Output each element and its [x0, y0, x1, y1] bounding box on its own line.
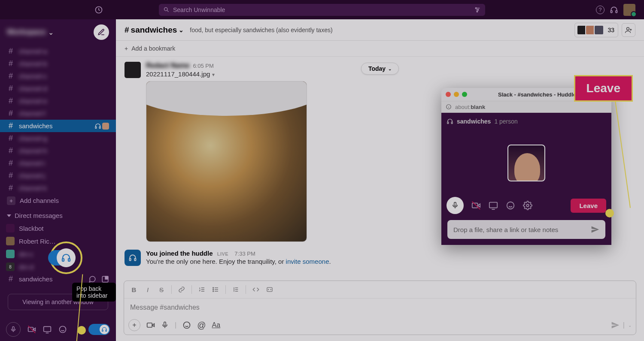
svg-rect-26: [147, 323, 152, 327]
svg-rect-31: [451, 122, 453, 124]
huddle-icon: [125, 250, 141, 266]
message-avatar[interactable]: [125, 62, 141, 78]
send-options[interactable]: ⌄: [628, 323, 632, 328]
leave-button[interactable]: Leave: [571, 199, 606, 213]
composer-input[interactable]: Message #sandwiches: [124, 299, 636, 317]
channel-pane: # sandwiches ⌄ food, but especially sand…: [116, 19, 644, 341]
svg-point-2: [475, 7, 477, 9]
add-channels[interactable]: +Add channels: [0, 194, 116, 207]
channel-item[interactable]: #channel-h: [0, 145, 116, 157]
channel-item[interactable]: #channel-b: [0, 57, 116, 70]
message-time: 6:05 PM: [193, 63, 213, 69]
code-button[interactable]: [249, 284, 262, 296]
headphones-icon[interactable]: [610, 6, 618, 14]
invite-link[interactable]: invite someone: [286, 258, 329, 265]
format-toggle[interactable]: Aa: [212, 321, 220, 329]
svg-point-22: [213, 287, 214, 288]
svg-rect-21: [134, 259, 136, 261]
channel-item[interactable]: #channel-c: [0, 70, 116, 82]
search-input[interactable]: Search Unwinnable: [159, 4, 485, 16]
svg-point-35: [507, 202, 514, 209]
ordered-list-button[interactable]: [195, 284, 208, 296]
members-button[interactable]: 33: [574, 23, 618, 37]
huddle-popin-button[interactable]: [57, 248, 76, 267]
compose-button[interactable]: [94, 24, 109, 40]
svg-rect-20: [130, 259, 131, 261]
date-divider[interactable]: Today⌄: [361, 63, 399, 75]
sidebar: Workspace ⌄ #channel-a #channel-b #chann…: [0, 19, 116, 341]
channel-item[interactable]: #channel-i: [0, 157, 116, 169]
filter-icon[interactable]: [474, 6, 481, 13]
dm-section-header[interactable]: Direct messages: [0, 209, 116, 222]
channel-item[interactable]: #channel-a: [0, 45, 116, 57]
caret-down-icon: [7, 214, 11, 217]
svg-rect-27: [164, 322, 166, 326]
svg-point-19: [627, 27, 629, 30]
svg-point-36: [526, 204, 529, 207]
annotation-marker: [77, 326, 86, 335]
search-icon: [163, 6, 170, 13]
bold-button[interactable]: B: [128, 284, 140, 296]
huddle-channel-info[interactable]: sandwiches 1 person: [447, 118, 606, 125]
channel-item[interactable]: #channel-f: [0, 107, 116, 120]
mic-button[interactable]: [6, 322, 21, 337]
bullet-list-button[interactable]: [209, 284, 222, 296]
svg-point-16: [60, 326, 66, 333]
history-icon[interactable]: [94, 6, 103, 14]
svg-rect-13: [12, 326, 14, 330]
format-toolbar: B I S: [124, 281, 636, 299]
add-people-button[interactable]: [622, 23, 635, 37]
image-attachment[interactable]: [146, 81, 307, 242]
huddle-toggle[interactable]: [88, 324, 110, 335]
channel-item[interactable]: #channel-k: [0, 182, 116, 194]
bookmark-bar[interactable]: +Add a bookmark: [116, 41, 644, 57]
emoji-icon[interactable]: [506, 201, 515, 210]
camera-off-icon[interactable]: [471, 201, 481, 210]
codeblock-button[interactable]: [263, 284, 276, 296]
send-icon[interactable]: [591, 225, 599, 234]
channel-item[interactable]: #channel-e: [0, 95, 116, 107]
channel-item[interactable]: #channel-j: [0, 169, 116, 182]
tooltip: Pop back into sidebar: [72, 283, 116, 302]
huddle-notes-input[interactable]: Drop a file, share a link or take notes: [447, 220, 605, 239]
screen-share-icon[interactable]: [489, 201, 498, 210]
camera-off-icon[interactable]: [27, 325, 36, 334]
channel-topic[interactable]: food, but especially sandwiches (also ev…: [190, 27, 332, 33]
gear-icon[interactable]: [523, 201, 532, 210]
help-icon[interactable]: ?: [596, 6, 605, 14]
thread-icon[interactable]: [88, 275, 96, 283]
channel-item-active[interactable]: #sandwiches: [0, 120, 116, 132]
svg-rect-30: [447, 122, 449, 124]
svg-rect-9: [62, 259, 64, 261]
emoji-button[interactable]: [182, 321, 191, 329]
svg-point-1: [164, 8, 168, 11]
link-button[interactable]: [175, 284, 188, 296]
channel-item[interactable]: #channel-g: [0, 132, 116, 145]
channel-title[interactable]: # sandwiches ⌄: [125, 25, 184, 35]
traffic-lights[interactable]: [446, 92, 467, 97]
quote-button[interactable]: [229, 284, 242, 296]
italic-button[interactable]: I: [141, 284, 154, 296]
svg-point-4: [477, 11, 478, 12]
participant-video[interactable]: [507, 145, 545, 181]
attach-button[interactable]: +: [128, 319, 140, 331]
popout-icon[interactable]: [101, 275, 109, 283]
channel-label: sandwiches: [19, 122, 52, 130]
workspace-name[interactable]: Workspace: [7, 28, 46, 36]
emoji-icon[interactable]: [58, 325, 67, 334]
system-message: You joined the huddle LIVE 7:33 PM You'r…: [116, 244, 644, 270]
headphones-icon: [94, 123, 101, 130]
send-button[interactable]: [611, 321, 620, 329]
user-avatar[interactable]: [623, 4, 635, 16]
message-composer[interactable]: B I S Message #sandwiches + |: [124, 281, 636, 335]
message-author[interactable]: Redact Name: [146, 62, 189, 69]
audio-button[interactable]: [161, 321, 169, 329]
svg-rect-10: [68, 259, 70, 261]
video-button[interactable]: [146, 321, 155, 329]
screen-share-icon[interactable]: [43, 325, 52, 334]
strike-button[interactable]: S: [155, 284, 168, 296]
channel-item[interactable]: #channel-d: [0, 82, 116, 95]
mention-button[interactable]: @: [197, 320, 206, 330]
dm-item[interactable]: Slackbot: [0, 222, 116, 235]
mic-button[interactable]: [447, 197, 464, 214]
